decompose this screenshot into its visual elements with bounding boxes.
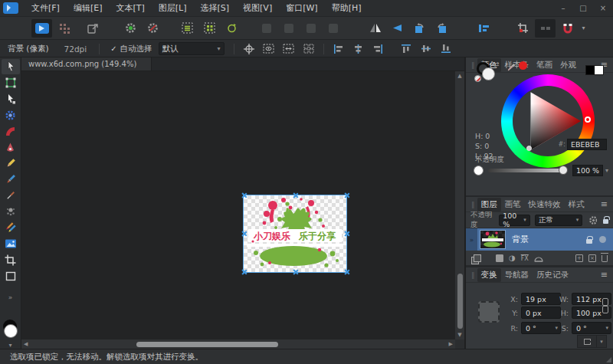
artwork-image[interactable]: 小刀娱乐 乐于分享 (244, 195, 346, 272)
duplicate-layer-icon[interactable] (471, 254, 480, 263)
select-rotate-icon[interactable] (221, 19, 242, 38)
hide-selection-icon[interactable] (260, 41, 278, 57)
black-white-swatch[interactable] (585, 65, 604, 75)
fill-stroke-swatches[interactable] (2, 320, 20, 340)
tab-stroke[interactable]: 笔画 (533, 58, 556, 72)
disabled-tool-icon[interactable] (609, 19, 613, 38)
menu-view[interactable]: 视图[V] (236, 0, 279, 16)
pixel-persona-button[interactable] (54, 19, 74, 38)
panel-menu-icon[interactable]: ≡ (598, 270, 610, 280)
adjustment-layer-icon[interactable]: ◑ (509, 254, 516, 262)
tab-styles[interactable]: 样式 (565, 198, 588, 212)
selection-handle[interactable] (343, 192, 349, 198)
minimize-button[interactable]: – (553, 0, 573, 16)
document-tab[interactable]: www.x6d.com.png (149.4%) (21, 57, 152, 71)
horizontal-scrollbar[interactable]: ◀ ▶ (21, 339, 455, 349)
shade-indicator[interactable] (526, 146, 532, 151)
menu-window[interactable]: 窗口[W] (279, 0, 324, 16)
layer-opacity-dropdown[interactable]: 100 % ▾ (499, 215, 530, 226)
align-left-icon[interactable] (329, 41, 348, 57)
disabled-tool-icon[interactable] (323, 19, 343, 38)
maximize-button[interactable]: □ (573, 0, 593, 16)
menu-layer[interactable]: 图层[L] (152, 0, 194, 16)
scroll-left-icon[interactable]: ◀ (24, 339, 28, 349)
preset-dropdown[interactable]: 默认 ▾ (159, 42, 225, 55)
panel-grab-icon[interactable]: ‖ (471, 61, 475, 69)
align-center-h-icon[interactable] (349, 41, 368, 57)
rotate-left-icon[interactable] (409, 19, 430, 38)
flip-vertical-icon[interactable] (387, 19, 408, 38)
scroll-down-icon[interactable]: ▼ (455, 332, 464, 338)
x-input[interactable]: 19 px (521, 293, 561, 305)
layer-locked-icon[interactable] (586, 239, 592, 244)
panel-grab-icon[interactable]: ‖ (471, 201, 475, 208)
align-middle-v-icon[interactable] (417, 41, 435, 57)
crop-snap-icon[interactable] (513, 19, 533, 38)
snapping-magnet-icon[interactable] (557, 19, 578, 38)
scale-box-icon[interactable] (280, 41, 298, 57)
corner-tool[interactable] (2, 123, 20, 139)
selection-handle[interactable] (292, 192, 298, 198)
tab-transform[interactable]: 变换 (477, 268, 501, 282)
y-input[interactable]: 0 px (521, 307, 561, 319)
fill-color-circle[interactable] (482, 67, 495, 80)
close-button[interactable]: × (593, 0, 613, 16)
gear-enabled-icon[interactable] (120, 19, 141, 38)
tab-appearance[interactable]: 外观 (556, 58, 580, 72)
select-lines-icon[interactable] (177, 19, 198, 38)
scroll-up-icon[interactable]: ▲ (455, 73, 464, 79)
hue-indicator[interactable] (585, 116, 591, 123)
delete-layer-icon[interactable] (602, 255, 608, 262)
scroll-right-icon[interactable]: ▶ (449, 339, 453, 349)
rotate-right-icon[interactable] (431, 19, 452, 38)
swatch-chevron-icon[interactable]: ▾ (8, 342, 11, 349)
layer-expand-chevron[interactable]: » (466, 228, 477, 251)
tools-overflow-chevron[interactable]: » (8, 293, 13, 301)
eyedropper-icon[interactable] (506, 62, 516, 73)
align-right-icon[interactable] (369, 41, 388, 57)
opacity-slider-thumb[interactable] (559, 166, 568, 175)
layer-effects-icon[interactable]: FX (521, 255, 529, 262)
node-tool[interactable] (2, 91, 20, 107)
panel-grab-icon[interactable]: ‖ (471, 271, 475, 279)
lock-layer-icon[interactable] (603, 219, 608, 224)
fill-swatch[interactable] (4, 324, 18, 338)
menu-text[interactable]: 文本[T] (109, 0, 151, 16)
rectangle-tool[interactable] (2, 268, 20, 284)
no-color-icon[interactable] (474, 75, 481, 82)
horizontal-scroll-thumb[interactable] (136, 342, 278, 347)
rotation-dropdown[interactable]: 0 ° ▾ (521, 322, 561, 334)
color-fill-stroke-widget[interactable]: ⇄ (477, 62, 503, 85)
blend-options-gear-icon[interactable] (588, 215, 597, 225)
tab-brushes[interactable]: 画笔 (501, 198, 525, 212)
pencil-tool[interactable] (2, 156, 20, 171)
auto-select-checkbox[interactable]: ✓ (110, 44, 116, 53)
crop-tool[interactable] (2, 252, 20, 267)
pen-tool[interactable] (2, 139, 20, 155)
opacity-slider[interactable] (488, 169, 566, 172)
mask-layer-icon[interactable] (496, 254, 503, 262)
image-place-tool[interactable] (2, 236, 20, 251)
new-layer-icon[interactable]: + (575, 254, 583, 262)
disabled-tool-icon[interactable] (300, 19, 321, 38)
snapping-options-chevron[interactable]: ▾ (579, 19, 588, 38)
tab-quick-fx[interactable]: 快速特效 (525, 198, 565, 212)
menu-help[interactable]: 帮助[H] (325, 0, 369, 16)
selection-handle[interactable] (343, 269, 349, 275)
transform-mode-button[interactable] (577, 335, 597, 348)
disabled-tool-icon[interactable] (278, 19, 299, 38)
menu-edit[interactable]: 编辑[E] (67, 0, 110, 16)
move-tool[interactable] (2, 59, 20, 74)
menu-file[interactable]: 文件[F] (25, 0, 67, 16)
picked-color-dot[interactable] (519, 61, 527, 70)
new-pixel-layer-icon[interactable]: × (588, 254, 596, 262)
dim-toggle-icon[interactable] (535, 19, 556, 38)
flip-horizontal-icon[interactable] (365, 19, 385, 38)
tab-history[interactable]: 历史记录 (533, 268, 572, 282)
layer-thumbnail[interactable] (480, 230, 506, 249)
tab-layers[interactable]: 图层 (477, 198, 501, 212)
gear-disabled-icon[interactable] (143, 19, 163, 38)
brush-tool[interactable] (2, 172, 20, 187)
tab-navigator[interactable]: 导航器 (501, 268, 533, 282)
panel-menu-icon[interactable]: ≡ (598, 199, 610, 209)
